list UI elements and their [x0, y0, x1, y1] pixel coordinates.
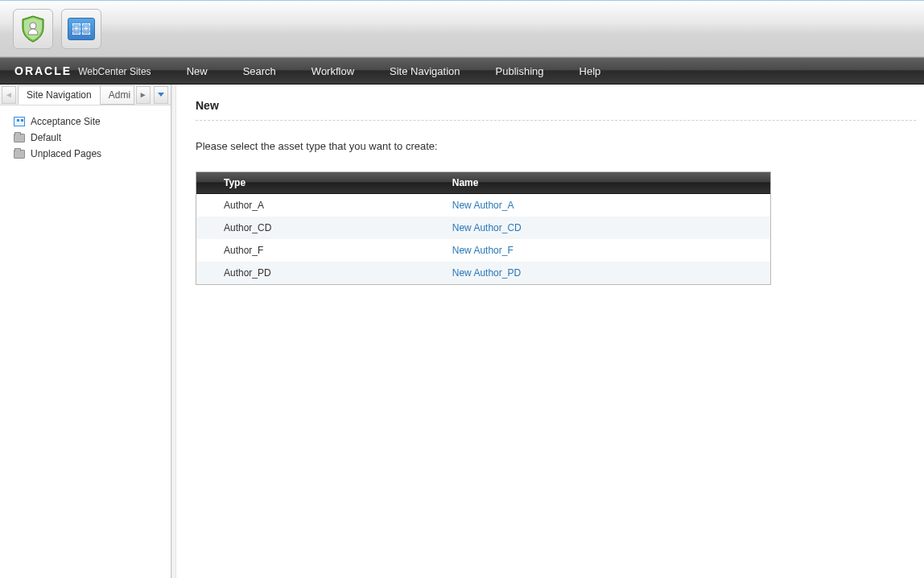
cell-type: Author_CD: [196, 217, 449, 239]
tree-item-label: Unplaced Pages: [31, 148, 101, 159]
layout-tiles-button[interactable]: [61, 9, 101, 49]
table-row: Author_A New Author_A: [196, 194, 770, 217]
brand-product: WebCenter Sites: [78, 66, 151, 77]
main-nav: ORACLE WebCenter Sites New Search Workfl…: [0, 57, 924, 85]
nav-item-new[interactable]: New: [169, 57, 225, 85]
brand-oracle: ORACLE: [14, 64, 72, 77]
tree-item-default[interactable]: Default: [6, 130, 164, 146]
new-asset-link[interactable]: New Author_PD: [452, 267, 521, 279]
tab-scroll-left-button[interactable]: ◄: [2, 86, 16, 104]
main-pane: New Please select the asset type that yo…: [176, 85, 924, 578]
sidebar-tab-row: ◄ Site Navigation Admi ►: [0, 85, 171, 105]
tab-dropdown-button[interactable]: [154, 86, 168, 104]
sidebar-tab-admin[interactable]: Admi: [101, 85, 134, 105]
sidebar-tab-label: Site Navigation: [27, 89, 92, 101]
brand: ORACLE WebCenter Sites: [0, 64, 169, 77]
sidebar-tree: Acceptance Site Default Unplaced Pages: [0, 105, 171, 170]
sidebar-tab-label: Admi: [109, 89, 130, 101]
page-title: New: [176, 99, 924, 120]
column-header-name[interactable]: Name: [449, 172, 770, 194]
nav-item-workflow[interactable]: Workflow: [294, 57, 372, 85]
column-header-type[interactable]: Type: [196, 172, 449, 194]
nav-item-search[interactable]: Search: [225, 57, 294, 85]
table-row: Author_F New Author_F: [196, 239, 770, 262]
table-row: Author_PD New Author_PD: [196, 262, 770, 284]
sidebar: ◄ Site Navigation Admi ► Acceptance Site…: [0, 85, 171, 578]
chevron-down-icon: [158, 93, 164, 97]
nav-item-help[interactable]: Help: [562, 57, 619, 85]
instruction-text: Please select the asset type that you wa…: [176, 140, 924, 171]
tree-item-label: Acceptance Site: [31, 116, 101, 127]
table-header-row: Type Name: [196, 172, 770, 194]
nav-item-publishing[interactable]: Publishing: [478, 57, 562, 85]
table-row: Author_CD New Author_CD: [196, 217, 770, 239]
sidebar-tab-site-navigation[interactable]: Site Navigation: [18, 85, 101, 105]
new-asset-link[interactable]: New Author_CD: [452, 222, 522, 233]
folder-icon: [13, 132, 26, 143]
tree-item-label: Default: [31, 132, 61, 143]
nav-items: New Search Workflow Site Navigation Publ…: [169, 57, 619, 85]
asset-type-table: Type Name Author_A New Author_A Author_C…: [196, 171, 771, 285]
new-asset-link[interactable]: New Author_A: [452, 200, 514, 211]
divider: [196, 120, 916, 121]
folder-icon: [13, 148, 26, 159]
top-toolbar: [0, 0, 924, 57]
cell-type: Author_F: [196, 239, 449, 262]
tiles-icon: [68, 18, 95, 40]
tree-item-acceptance-site[interactable]: Acceptance Site: [6, 114, 164, 130]
shield-icon: [21, 15, 45, 43]
user-shield-button[interactable]: [13, 9, 53, 49]
site-icon: [13, 116, 26, 127]
svg-point-0: [30, 23, 36, 29]
tab-scroll-right-button[interactable]: ►: [136, 86, 151, 104]
nav-item-site-navigation[interactable]: Site Navigation: [372, 57, 477, 85]
cell-type: Author_A: [196, 194, 449, 217]
new-asset-link[interactable]: New Author_F: [452, 245, 514, 256]
tree-item-unplaced-pages[interactable]: Unplaced Pages: [6, 146, 164, 162]
cell-type: Author_PD: [196, 262, 449, 284]
